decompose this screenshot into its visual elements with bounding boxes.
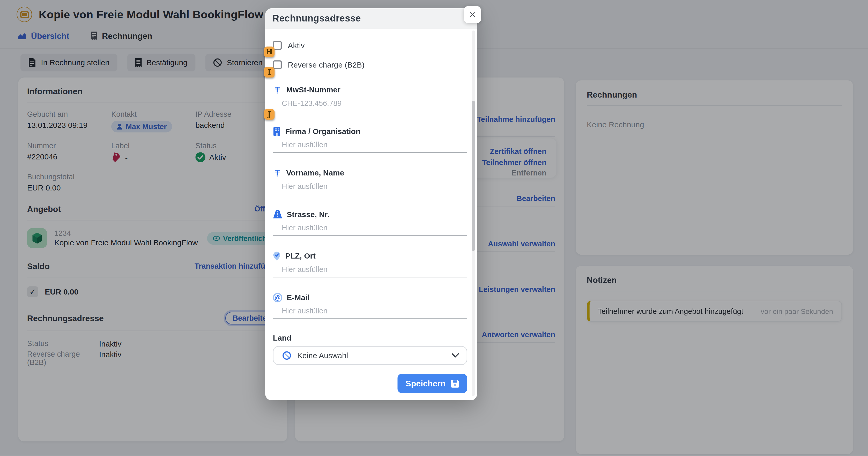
save-label: Speichern: [405, 379, 445, 388]
at-icon: @: [273, 293, 282, 302]
input-underline: [273, 111, 467, 111]
street-field: Strasse, Nr. Hier ausfüllen: [273, 209, 467, 236]
reverse-charge-checkbox[interactable]: [273, 60, 282, 69]
email-input[interactable]: Hier ausfüllen: [282, 307, 467, 317]
checkbox-label: Reverse charge (B2B): [288, 60, 365, 69]
keyboard-hint-h[interactable]: H: [264, 47, 275, 57]
input-underline: [273, 235, 467, 236]
aktiv-checkbox-row: Aktiv: [273, 40, 467, 50]
name-field: T Vorname, Name Hier ausfüllen: [273, 168, 467, 194]
street-input[interactable]: Hier ausfüllen: [282, 223, 467, 234]
app-window: Kopie von Freie Modul Wahl BookingFlow #…: [0, 0, 868, 456]
company-field: Firma / Organisation Hier ausfüllen: [273, 126, 467, 153]
city-field: PLZ, Ort Hier ausfüllen: [273, 251, 467, 277]
city-input[interactable]: Hier ausfüllen: [282, 265, 467, 275]
checkbox-label: Aktiv: [288, 41, 305, 50]
text-icon: T: [273, 86, 282, 94]
save-disk-icon: [451, 379, 460, 388]
email-field: @ E-Mail Hier ausfüllen: [273, 293, 467, 319]
location-pin-icon: [273, 251, 281, 260]
text-icon: T: [273, 169, 282, 177]
reverse-charge-checkbox-row: Reverse charge (B2B): [273, 60, 467, 69]
country-select[interactable]: Keine Auswahl: [273, 346, 467, 365]
input-underline: [273, 318, 467, 319]
country-label: Land: [273, 333, 467, 342]
keyboard-hint-j[interactable]: J: [264, 109, 275, 120]
no-selection-icon: [282, 351, 291, 360]
chevron-down-icon: [452, 353, 459, 358]
modal-title: Rechnungsadresse: [273, 13, 361, 24]
billing-address-modal: ✕ Rechnungsadresse Aktiv Reverse charge …: [265, 8, 477, 400]
company-input[interactable]: Hier ausfüllen: [282, 141, 467, 151]
vat-number-input[interactable]: CHE-123.456.789: [282, 99, 467, 109]
close-button[interactable]: ✕: [464, 6, 481, 23]
close-icon: ✕: [469, 9, 476, 20]
road-icon: [273, 210, 282, 219]
save-button[interactable]: Speichern: [398, 374, 467, 393]
input-underline: [273, 277, 467, 277]
name-input[interactable]: Hier ausfüllen: [282, 182, 467, 192]
modal-header: Rechnungsadresse: [265, 8, 477, 29]
building-icon: [273, 126, 281, 136]
modal-scrollbar-thumb[interactable]: [472, 101, 475, 251]
input-underline: [273, 194, 467, 194]
country-value: Keine Auswahl: [297, 351, 452, 360]
vat-number-field: T MwSt-Nummer CHE-123.456.789: [273, 85, 467, 111]
input-underline: [273, 152, 467, 153]
keyboard-hint-i[interactable]: I: [264, 67, 275, 78]
